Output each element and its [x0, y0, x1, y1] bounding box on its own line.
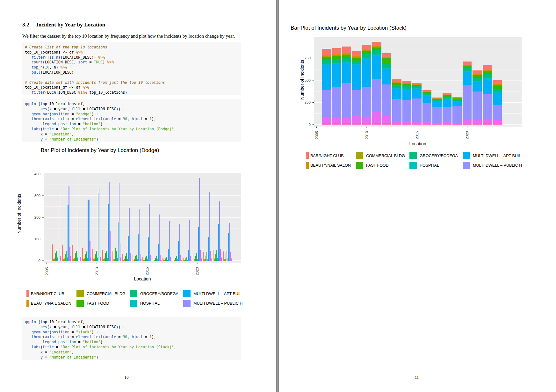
x-tick-label: 2015 [145, 267, 149, 275]
pdf-two-page-view: { "left_page": { "page_number": "10", "s… [0, 0, 556, 392]
stack-chart-panel [312, 37, 522, 129]
legend-label: BEAUTY/NAIL SALON [310, 163, 351, 168]
legend-key-swatch [409, 152, 417, 159]
page-divider [276, 0, 279, 392]
dodge-bars-svg [41, 173, 241, 265]
y-tick-label: 250 [295, 100, 311, 105]
legend-item: MULTI DWELL – PUBLIC H [183, 300, 234, 307]
legend-item: GROCERY/BODEGA [409, 152, 460, 159]
x-tick-label: 2010 [95, 267, 99, 275]
code-block-top10-locations: # Create list of the top 10 locations to… [22, 42, 241, 95]
y-tick-label: 0 [25, 258, 40, 263]
section-heading: 3.2Incident by Year by Location [22, 22, 105, 28]
x-tick-label: 2020 [465, 131, 469, 139]
page-number-left: 10 [125, 375, 129, 380]
legend-label: MULTI DWELL – PUBLIC H [473, 163, 522, 168]
legend-item: MULTI DWELL – APT BUIL [463, 152, 514, 159]
section-number: 3.2 [22, 22, 29, 28]
legend-item: MULTI DWELL – APT BUIL [183, 290, 234, 297]
legend-label: GROCERY/BODEGA [140, 292, 178, 296]
legend-item: HOSPITAL [409, 162, 460, 169]
legend-item: HOSPITAL [130, 300, 181, 307]
x-tick-label: 2015 [415, 131, 419, 139]
legend-key-swatch [76, 300, 84, 307]
stack-x-axis-title: Location [402, 141, 434, 146]
legend-key-swatch [130, 300, 137, 307]
legend-item: COMMERCIAL BLDG [76, 290, 127, 297]
x-tick-label: 2010 [365, 131, 369, 139]
legend-key-swatch [26, 300, 29, 307]
legend-key-swatch [463, 162, 470, 169]
legend-item: BAR/NIGHT CLUB [304, 152, 355, 159]
legend-key-swatch [463, 152, 470, 159]
intro-paragraph: We filter the dataset by the top 10 loca… [22, 33, 245, 39]
y-tick-label: 200 [25, 215, 40, 220]
legend-label: MULTI DWELL – APT BUIL [473, 154, 521, 158]
dodge-x-axis-title: Location [126, 276, 158, 281]
legend-item: FAST FOOD [76, 300, 127, 307]
legend-key-swatch [76, 290, 84, 297]
code-block-ggplot-dodge: ggplot(top_10_locations_df, aes(x = year… [22, 99, 241, 142]
dodge-chart-panel [41, 173, 241, 265]
legend-item: COMMERCIAL BLDG [356, 152, 407, 159]
x-tick-label: 2005 [45, 267, 49, 275]
dodge-chart-title: Bar Plot of Incidents by Year by Locatio… [41, 147, 159, 154]
legend-item: GROCERY/BODEGA [130, 290, 181, 297]
legend-key-swatch [183, 300, 191, 307]
legend-label: HOSPITAL [420, 163, 439, 168]
legend-item: BEAUTY/NAIL SALON [25, 300, 76, 307]
legend-label: COMMERCIAL BLDG [87, 292, 126, 296]
x-tick-label: 2020 [195, 267, 199, 275]
section-title: Incident by Year by Location [36, 22, 105, 28]
legend-key-swatch [306, 162, 309, 169]
y-tick-label: 300 [25, 193, 40, 198]
legend-label: GROCERY/BODEGA [420, 154, 458, 158]
page-number-right: 11 [415, 375, 419, 380]
legend-key-swatch [130, 290, 137, 297]
legend-item: MULTI DWELL – PUBLIC H [463, 162, 514, 169]
legend-label: BAR/NIGHT CLUB [310, 154, 344, 158]
y-tick-label: 500 [295, 78, 311, 83]
code-block-ggplot-stack: ggplot(top_10_locations_df, aes(x = year… [22, 317, 241, 360]
legend-label: FAST FOOD [366, 163, 389, 168]
legend-item: BAR/NIGHT CLUB [25, 290, 76, 297]
legend-key-swatch [356, 152, 363, 159]
x-tick-label: 2005 [315, 131, 319, 139]
legend-label: MULTI DWELL – APT BUIL [193, 292, 242, 296]
legend-key-swatch [356, 162, 363, 169]
stack-chart-title: Bar Plot of Incidents by Year by Locatio… [291, 25, 407, 31]
legend-label: BAR/NIGHT CLUB [31, 292, 64, 296]
y-tick-label: 0 [295, 122, 311, 127]
legend-label: HOSPITAL [140, 301, 160, 306]
legend-key-swatch [306, 152, 309, 159]
legend-label: MULTI DWELL – PUBLIC H [193, 301, 242, 306]
y-tick-label: 400 [25, 172, 40, 176]
y-tick-label: 100 [25, 237, 40, 241]
legend-key-swatch [409, 162, 417, 169]
legend-item: FAST FOOD [356, 162, 407, 169]
legend-label: FAST FOOD [87, 301, 109, 306]
y-tick-label: 750 [295, 56, 311, 60]
stack-bars-svg [312, 37, 522, 129]
legend-item: BEAUTY/NAIL SALON [304, 162, 355, 169]
legend-label: BEAUTY/NAIL SALON [31, 301, 71, 306]
legend-key-swatch [26, 290, 29, 297]
legend-label: COMMERCIAL BLDG [366, 154, 405, 158]
legend-key-swatch [183, 290, 191, 297]
